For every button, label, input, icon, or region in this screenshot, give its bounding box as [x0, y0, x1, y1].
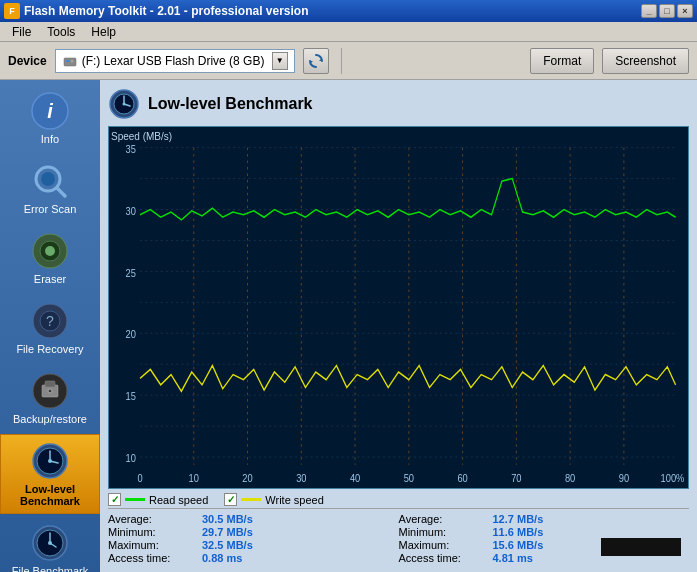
format-button[interactable]: Format [530, 48, 594, 74]
legend-write: ✓ Write speed [224, 493, 324, 506]
read-minimum-row: Minimum: 29.7 MB/s [108, 526, 399, 538]
chart-legend: ✓ Read speed ✓ Write speed [108, 489, 689, 508]
svg-text:i: i [47, 100, 53, 122]
refresh-button[interactable] [303, 48, 329, 74]
read-access-time-row: Access time: 0.88 ms [108, 552, 399, 564]
app-title: Flash Memory Toolkit - 2.01 - profession… [24, 4, 309, 18]
device-dropdown-button[interactable]: ▼ [272, 52, 288, 70]
svg-text:80: 80 [565, 471, 575, 484]
sidebar-item-low-level-benchmark[interactable]: Low-level Benchmark [0, 434, 100, 514]
write-maximum-label: Maximum: [399, 539, 489, 551]
write-access-time-value: 4.81 ms [493, 552, 533, 564]
svg-text:10: 10 [189, 471, 199, 484]
svg-text:20: 20 [242, 471, 252, 484]
benchmark-chart: Speed (MB/s) [108, 126, 689, 489]
drive-icon [62, 53, 78, 69]
write-average-row: Average: 12.7 MB/s [399, 513, 690, 525]
file-benchmark-icon [30, 523, 70, 563]
maximize-button[interactable]: □ [659, 4, 675, 18]
menu-file[interactable]: File [4, 23, 39, 41]
svg-point-8 [41, 172, 55, 186]
y-axis-label: Speed (MB/s) [111, 131, 172, 142]
svg-point-19 [48, 389, 52, 393]
svg-text:?: ? [46, 313, 54, 329]
svg-line-9 [57, 188, 65, 196]
read-average-label: Average: [108, 513, 198, 525]
svg-text:40: 40 [350, 471, 360, 484]
backup-restore-icon [30, 371, 70, 411]
legend-read: ✓ Read speed [108, 493, 208, 506]
svg-rect-0 [64, 58, 76, 66]
device-label: Device [8, 54, 47, 68]
info-icon: i [30, 91, 70, 131]
write-average-label: Average: [399, 513, 489, 525]
eraser-icon [30, 231, 70, 271]
svg-text:30: 30 [296, 471, 306, 484]
toolbar: Device (F:) Lexar USB Flash Drive (8 GB)… [0, 42, 697, 80]
sidebar-item-info[interactable]: i Info [0, 84, 100, 152]
sidebar-label-file-recovery: File Recovery [16, 343, 83, 355]
title-controls[interactable]: _ □ × [641, 4, 693, 18]
write-maximum-value: 15.6 MB/s [493, 539, 544, 551]
svg-text:100%: 100% [661, 471, 685, 484]
write-speed-checkbox[interactable]: ✓ [224, 493, 237, 506]
read-average-value: 30.5 MB/s [202, 513, 253, 525]
read-stats: Average: 30.5 MB/s Minimum: 29.7 MB/s Ma… [108, 513, 399, 564]
svg-point-29 [48, 541, 52, 545]
svg-text:70: 70 [511, 471, 521, 484]
svg-point-34 [123, 103, 126, 106]
sidebar-label-low-level-benchmark: Low-level Benchmark [5, 483, 95, 507]
stats-container: Average: 30.5 MB/s Minimum: 29.7 MB/s Ma… [108, 508, 689, 564]
toolbar-separator [341, 48, 342, 74]
screenshot-button[interactable]: Screenshot [602, 48, 689, 74]
file-recovery-icon: ? [30, 301, 70, 341]
write-minimum-value: 11.6 MB/s [493, 526, 544, 538]
sidebar-item-error-scan[interactable]: Error Scan [0, 154, 100, 222]
low-level-benchmark-icon [30, 441, 70, 481]
read-average-row: Average: 30.5 MB/s [108, 513, 399, 525]
minimize-button[interactable]: _ [641, 4, 657, 18]
svg-text:10: 10 [126, 451, 136, 464]
svg-text:35: 35 [126, 142, 136, 155]
content-title: Low-level Benchmark [148, 95, 313, 113]
content-area: Low-level Benchmark Speed (MB/s) [100, 80, 697, 572]
title-bar-left: F Flash Memory Toolkit - 2.01 - professi… [4, 3, 309, 19]
error-scan-icon [30, 161, 70, 201]
sidebar-item-file-recovery[interactable]: ? File Recovery [0, 294, 100, 362]
sidebar-item-eraser[interactable]: Eraser [0, 224, 100, 292]
svg-rect-1 [66, 60, 70, 62]
read-access-time-value: 0.88 ms [202, 552, 242, 564]
write-minimum-row: Minimum: 11.6 MB/s [399, 526, 690, 538]
sidebar: i Info Error Scan [0, 80, 100, 572]
read-speed-label: Read speed [149, 494, 208, 506]
menu-help[interactable]: Help [83, 23, 124, 41]
svg-point-2 [70, 59, 73, 62]
svg-text:25: 25 [126, 266, 136, 279]
svg-text:60: 60 [457, 471, 467, 484]
menu-bar: File Tools Help [0, 22, 697, 42]
read-maximum-value: 32.5 MB/s [202, 539, 253, 551]
read-maximum-label: Maximum: [108, 539, 198, 551]
content-header: Low-level Benchmark [108, 88, 689, 120]
write-stats: Average: 12.7 MB/s Minimum: 11.6 MB/s Ma… [399, 513, 690, 564]
svg-text:0: 0 [137, 471, 142, 484]
sidebar-label-error-scan: Error Scan [24, 203, 77, 215]
menu-tools[interactable]: Tools [39, 23, 83, 41]
close-button[interactable]: × [677, 4, 693, 18]
read-speed-checkbox[interactable]: ✓ [108, 493, 121, 506]
svg-point-12 [45, 246, 55, 256]
chart-svg: 35 30 25 20 15 10 0 10 20 30 40 50 60 70… [109, 127, 688, 488]
sidebar-item-backup-restore[interactable]: Backup/restore [0, 364, 100, 432]
sidebar-label-backup-restore: Backup/restore [13, 413, 87, 425]
title-bar: F Flash Memory Toolkit - 2.01 - professi… [0, 0, 697, 22]
svg-text:30: 30 [126, 204, 136, 217]
device-selector[interactable]: (F:) Lexar USB Flash Drive (8 GB) ▼ [55, 49, 295, 73]
sidebar-item-file-benchmark[interactable]: File Benchmark [0, 516, 100, 572]
write-speed-color [241, 498, 261, 501]
main-content: i Info Error Scan [0, 80, 697, 572]
device-text: (F:) Lexar USB Flash Drive (8 GB) [82, 54, 268, 68]
write-speed-label: Write speed [265, 494, 324, 506]
svg-text:20: 20 [126, 327, 136, 340]
benchmark-header-icon [108, 88, 140, 120]
read-minimum-value: 29.7 MB/s [202, 526, 253, 538]
